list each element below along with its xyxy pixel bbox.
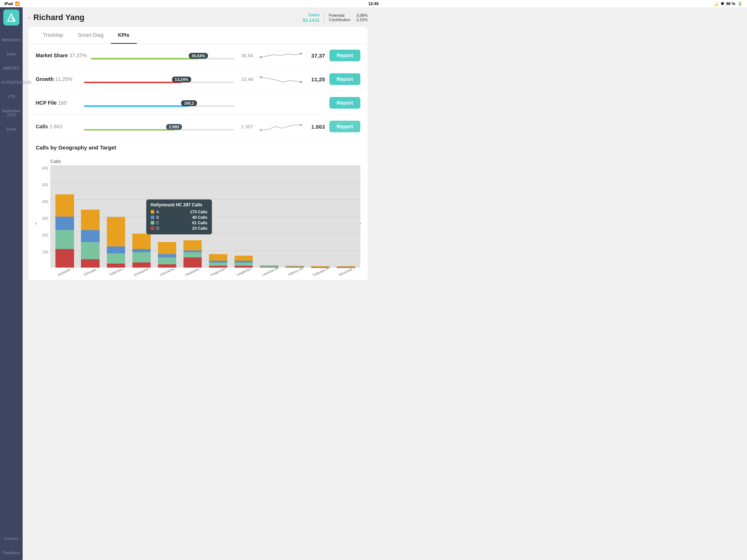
kpi-bar-fill-marketshare xyxy=(91,58,198,59)
kpi-row-calls: Calls1.863 1.993 1.307 xyxy=(28,115,368,139)
sidebar-item-metabolics[interactable]: Metabolics xyxy=(0,33,23,47)
bar-seg-a xyxy=(183,240,202,250)
bar-seg-c xyxy=(209,262,227,266)
sidebar-item-ytd[interactable]: YTD xyxy=(0,90,23,104)
sales-value: 93.141€ xyxy=(302,18,320,23)
bar-seg-c xyxy=(183,252,202,257)
kpi-bar-track-hcpfile: 160,2 xyxy=(84,105,234,107)
kpi-chart-val2-growth: 11,25 xyxy=(309,76,325,82)
bar-group[interactable] xyxy=(104,166,128,268)
wifi-icon: 📶 xyxy=(15,1,20,6)
tooltip-label-d: D xyxy=(156,226,190,230)
bar-group[interactable] xyxy=(53,166,77,268)
tooltip-dot-b xyxy=(151,215,154,219)
svg-point-2 xyxy=(260,56,262,58)
back-button[interactable]: ‹ xyxy=(28,14,30,21)
kpi-chart-val1-marketshare: 36,94 xyxy=(239,53,253,58)
tooltip-header: Hollymount HC 297 Calls xyxy=(151,202,208,207)
kpi-sparkline-marketshare xyxy=(259,48,303,63)
contrib-info: Potential 3,08% Contribution 3,15% xyxy=(329,13,368,22)
svg-point-4 xyxy=(260,76,262,78)
potential-row: Potential 3,08% xyxy=(329,13,368,18)
tooltip-dot-a xyxy=(151,210,154,214)
tooltip-label-b: B xyxy=(156,215,190,219)
tab-bar: TreeMap Smart Diag KPIs xyxy=(28,27,368,44)
kpi-chart-val1-calls: 1.307 xyxy=(239,124,253,129)
header-right: Sales 93.141€ Potential 3,08% Contributi… xyxy=(302,11,368,24)
bar-seg-b xyxy=(107,246,125,253)
tooltip-val-a: 173 Calls xyxy=(190,210,208,214)
bar-seg-a xyxy=(55,194,74,217)
kpi-bar-track-growth: 13,24% xyxy=(84,82,234,83)
kpi-bar-track-calls: 1.993 xyxy=(84,129,234,131)
sidebar-item-september[interactable]: September 2016 xyxy=(0,104,23,122)
sidebar-item-sales[interactable]: Sales xyxy=(0,47,23,61)
kpi-chart-val2-marketshare: 37,37 xyxy=(309,52,325,59)
bar-seg-c xyxy=(81,242,99,259)
svg-point-3 xyxy=(300,52,302,55)
bar-seg-c xyxy=(55,230,74,249)
status-bar: iPad 📶 12:45 🌙 ✱ 86 % 🔋 xyxy=(0,0,374,7)
kpi-chart-hcpfile xyxy=(239,96,325,110)
bar-seg-d xyxy=(55,249,74,268)
bar-chart-container: ‹ › Calls 600 500 400 300 200 xyxy=(36,155,360,280)
tooltip-row-b: B 40 Calls xyxy=(151,215,208,219)
contribution-label: Contribution xyxy=(329,18,350,22)
kpi-label-marketshare: Market Share37,37% xyxy=(36,52,86,58)
bar-group[interactable] xyxy=(78,166,102,268)
kpi-chart-val1-growth: 15,48 xyxy=(239,77,253,82)
bar-group[interactable] xyxy=(308,166,333,268)
kpi-bar-track: 36,64% xyxy=(91,58,234,59)
page-title: Richard Yang xyxy=(33,13,84,22)
tooltip-dot-d xyxy=(151,226,154,230)
bar-group[interactable] xyxy=(232,166,256,268)
report-button-hcpfile[interactable]: Report xyxy=(329,97,360,109)
sidebar-item-ampers[interactable]: AMPERS xyxy=(0,61,23,75)
sidebar-item-hypertension[interactable]: HYPERTENSION xyxy=(0,75,23,90)
kpi-bar-calls: 1.993 xyxy=(84,122,234,131)
header-left: ‹ Richard Yang xyxy=(28,13,85,22)
report-button-marketshare[interactable]: Report xyxy=(329,50,360,61)
report-button-growth[interactable]: Report xyxy=(329,73,360,85)
chart-title: Calls xyxy=(50,159,360,164)
bar-seg-c xyxy=(158,257,176,264)
kpi-badge-calls: 1.993 xyxy=(166,124,182,130)
sidebar: Metabolics Sales AMPERS HYPERTENSION YTD… xyxy=(0,0,23,280)
kpi-section: Market Share37,37% 36,64% 36,94 xyxy=(28,44,368,139)
tooltip-label-a: A xyxy=(156,210,188,214)
kpi-label-hcpfile: HCP File160 xyxy=(36,100,80,106)
app-logo[interactable] xyxy=(3,9,19,26)
sidebar-item-euros[interactable]: Euros xyxy=(0,122,23,136)
svg-point-6 xyxy=(260,129,262,131)
status-left: iPad 📶 xyxy=(4,1,20,6)
main-card: TreeMap Smart Diag KPIs Market Share37,3… xyxy=(28,27,368,280)
y-label-300: 300 xyxy=(42,217,48,221)
kpi-sparkline-hcpfile xyxy=(259,96,303,110)
bar-group[interactable] xyxy=(283,166,307,268)
bar-seg-c xyxy=(235,262,253,266)
pagination-dots xyxy=(36,279,360,280)
bar-group[interactable] xyxy=(334,166,358,268)
report-button-calls[interactable]: Report xyxy=(329,121,360,132)
y-label-600: 600 xyxy=(42,166,48,170)
kpi-chart-calls: 1.307 1.863 xyxy=(239,119,325,134)
bar-seg-b xyxy=(81,230,99,242)
tab-kpis[interactable]: KPIs xyxy=(111,27,137,44)
tab-treemap[interactable]: TreeMap xyxy=(36,27,71,44)
logo-icon xyxy=(6,12,16,23)
tooltip-val-d: 23 Calls xyxy=(192,226,208,230)
kpi-row-growth: Growth11,25% 13,24% 15,48 xyxy=(28,67,368,91)
bar-seg-a xyxy=(81,210,99,230)
kpi-sparkline-calls xyxy=(259,119,303,134)
kpi-badge-marketshare: 36,64% xyxy=(189,53,208,59)
kpi-badge-growth: 13,24% xyxy=(172,77,191,82)
tab-smartdiag[interactable]: Smart Diag xyxy=(71,27,111,44)
kpi-sparkline-growth xyxy=(259,72,303,86)
sidebar-nav: Metabolics Sales AMPERS HYPERTENSION YTD… xyxy=(0,33,23,280)
geo-section: Calls by Geography and Target ‹ › Calls … xyxy=(28,139,368,280)
geo-title: Calls by Geography and Target xyxy=(36,144,360,151)
time-display: 12:45 xyxy=(368,1,374,6)
bar-group[interactable] xyxy=(257,166,282,268)
kpi-bar-marketshare: 36,64% xyxy=(91,51,234,59)
kpi-bar-fill-calls xyxy=(84,129,174,131)
